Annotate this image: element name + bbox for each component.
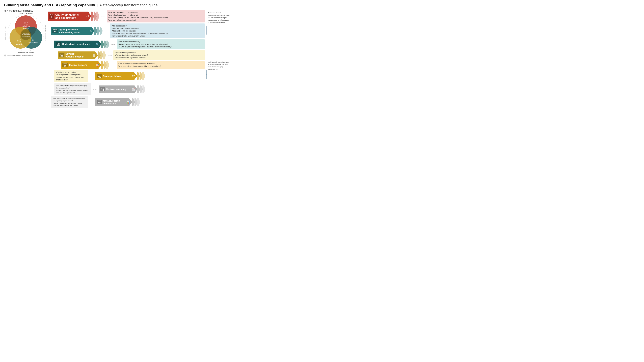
- info-line: To what degree does the organisation sat…: [118, 45, 203, 48]
- svg-point-18: [19, 40, 20, 41]
- arrow-text-1: Clarify obligationsand set strategy: [55, 13, 86, 19]
- info-box-1: What are the mandatory commitments? Whic…: [107, 10, 205, 22]
- step-badge-2b: STEP 2b: [56, 42, 61, 46]
- chevron-3b-1: [101, 61, 104, 69]
- info-line: How will reporting be audited, and by wh…: [112, 35, 203, 37]
- info-line: Does organizational capability meet regu…: [53, 97, 86, 102]
- main-layout: KEY: TRANSFORMATION MODEL BUILDING THE W…: [4, 10, 231, 108]
- chevron-2b-2: [104, 40, 107, 48]
- chevron-4a-3: [142, 72, 145, 80]
- chevrons-1: [91, 11, 99, 21]
- arrow-text-3a: Developoptions and plan: [66, 52, 92, 58]
- step-badge-4c: STEP 4c: [96, 100, 102, 104]
- info-line: Which functions need to be involved?: [112, 27, 203, 30]
- dotted-line-2b: [111, 44, 115, 44]
- chevrons-3a: [98, 51, 106, 59]
- step-badge-4b: STEP 4b: [100, 87, 105, 91]
- arrow-text-4a: Strategic delivery: [103, 75, 132, 78]
- brace-svg-1: [206, 12, 207, 49]
- ring-top-label: BUILDING THE WILL: [18, 13, 33, 14]
- info-line: Which standards should you adhere to?: [108, 14, 203, 16]
- header-sep: |: [97, 3, 98, 7]
- arrow-text-3b: Tactical delivery: [69, 64, 95, 66]
- svg-text:for successful: for successful: [22, 34, 30, 35]
- info-line: What are the implications for current de…: [56, 89, 90, 94]
- info-box-4b: Who is responsible for proactively manag…: [54, 83, 91, 95]
- arrow-main-2a: STEP 2a Agree governanceand operating mo…: [51, 27, 94, 35]
- legend-item: = Transition to business-as-usual operat…: [4, 54, 48, 56]
- step-row-3b: STEP 3b Tactical delivery 🎯: [61, 61, 205, 69]
- arrow-icon-2a: ⚙: [90, 29, 92, 33]
- chevrons-4a: [137, 72, 145, 80]
- annotation-text-2: Build an agile operating model which can…: [208, 61, 231, 70]
- arrow-main-4c: STEP 4c Manage, sustainand enhance 📊: [95, 98, 132, 106]
- info-line: Who is responsible for proactively manag…: [56, 84, 90, 89]
- chevron-2a-3: [100, 27, 103, 35]
- arrow-text-2a: Agree governanceand operating model: [59, 28, 89, 33]
- step-row-4a: What is the long-term plan? What organiz…: [54, 70, 205, 82]
- chevron-4a-1: [137, 72, 140, 80]
- chevron-2a-1: [94, 27, 97, 35]
- arrow-icon-2b: 🔍: [96, 42, 99, 46]
- chevron-4b-1: [137, 85, 140, 93]
- step-badge-3b: STEP 3b: [62, 63, 68, 67]
- chevrons-3b: [101, 61, 109, 69]
- arrow-main-4b: STEP 4b Horizon scanning 📈: [98, 85, 137, 93]
- left-panel: KEY: TRANSFORMATION MODEL BUILDING THE W…: [4, 10, 48, 108]
- info-box-4c: Does organizational capability meet regu…: [51, 96, 88, 108]
- step-row-4c: Does organizational capability meet regu…: [51, 96, 205, 108]
- annotation-2: Build an agile operating model which can…: [206, 61, 231, 108]
- info-box-2b: What is the current capability? How acce…: [117, 39, 205, 49]
- step-row-2b: STEP 2b Understand current state 🔍: [54, 39, 205, 49]
- arrow-shape-2b: STEP 2b Understand current state 🔍: [54, 40, 109, 48]
- info-line: What is the long-term plan?: [56, 71, 86, 73]
- arrow-main-3b: STEP 3b Tactical delivery 🎯: [61, 61, 101, 69]
- chevron-3b-3: [106, 61, 109, 69]
- arrow-shape-4a: STEP 4a Strategic delivery 🗺: [95, 72, 145, 80]
- step-row-3a: STEP 3a Developoptions and plan 📋: [58, 50, 205, 60]
- ring-left-label: CREATING CLARITY: [5, 26, 6, 40]
- step-row-2a: STEP 2a Agree governanceand operating mo…: [51, 23, 205, 38]
- header-bold: Building sustainability and ESG reportin…: [4, 3, 95, 7]
- svg-text:Ingredients: Ingredients: [23, 32, 29, 34]
- chevron-2b-1: [101, 40, 104, 48]
- svg-point-7: [26, 23, 26, 24]
- arrow-text-2b: Understand current state: [62, 43, 95, 46]
- key-label: KEY: TRANSFORMATION MODEL: [4, 10, 48, 12]
- svg-text:objectives: objectives: [22, 27, 29, 29]
- arrow-shape-4b: STEP 4b Horizon scanning 📈: [98, 85, 146, 93]
- info-line: What is the current capability?: [118, 40, 203, 43]
- svg-text:approach: approach: [16, 44, 22, 45]
- arrow-main-4a: STEP 4a Strategic delivery 🗺: [95, 72, 137, 80]
- arrow-main-2b: STEP 2b Understand current state 🔍: [54, 40, 101, 48]
- arrow-icon-4c: 📊: [126, 100, 130, 104]
- chevrons-4b: [137, 85, 146, 93]
- svg-text:Ambition and: Ambition and: [22, 26, 30, 27]
- arrow-text-4b: Horizon scanning: [106, 88, 131, 91]
- dotted-line-2a: [104, 31, 108, 31]
- svg-text:transformation: transformation: [22, 35, 30, 37]
- header: Building sustainability and ESG reportin…: [4, 3, 231, 7]
- dotted-line-4a: [90, 76, 94, 76]
- info-line: What are the business opportunities?: [108, 19, 203, 21]
- step-badge-4a: STEP 4a: [96, 74, 102, 78]
- info-line: Which sustainability and ESG themes are …: [108, 16, 203, 19]
- ring-bottom-label: BUILDING THE MEANS: [18, 52, 34, 53]
- brace-svg-2: [206, 61, 207, 88]
- ring-right-label: CREATING CAPABILITY: [45, 25, 46, 41]
- annotations-column: Cultivate a shared understanding of comm…: [205, 10, 231, 108]
- info-line: How will decisions be made on sustainabi…: [112, 32, 203, 35]
- arrow-shape-4c: STEP 4c Manage, sustainand enhance 📊: [95, 98, 140, 106]
- header-light: A step-by-step transformation guide: [99, 3, 158, 7]
- arrow-shape-2a: STEP 2a Agree governanceand operating mo…: [51, 27, 103, 35]
- info-box-2a: Who is accountable? Which functions need…: [110, 23, 205, 38]
- chevrons-2a: [94, 27, 103, 35]
- chevron-4c-3: [137, 98, 140, 106]
- venn-container: BUILDING THE WILL CREATING CAPABILITY BU…: [6, 13, 46, 53]
- arrow-text-4c: Manage, sustainand enhance: [103, 99, 126, 105]
- chevron-1a: [91, 11, 94, 21]
- arrow-shape-3a: STEP 3a Developoptions and plan 📋: [58, 51, 106, 59]
- step-badge-2a: STEP 2a: [52, 29, 58, 33]
- annotation-1: Cultivate a shared understanding of comm…: [206, 12, 231, 59]
- arrow-main-3a: STEP 3a Developoptions and plan 📋: [58, 51, 98, 59]
